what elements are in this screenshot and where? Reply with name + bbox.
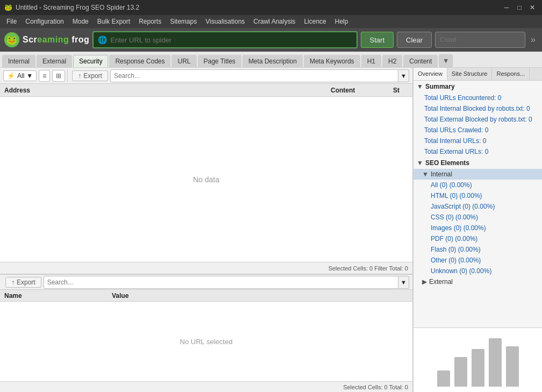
- menu-item-sitemaps[interactable]: Sitemaps: [166, 17, 201, 26]
- menu-item-file[interactable]: File: [2, 17, 21, 26]
- tree-seo-elements-header[interactable]: ▼SEO Elements: [413, 157, 542, 169]
- close-button[interactable]: ✕: [527, 2, 538, 13]
- left-panel: ⚡ All ▼ ≡ ⊞ ↑ Export ▼ Address: [0, 68, 413, 392]
- tab-h1[interactable]: H1: [361, 55, 381, 67]
- tree-seo-item[interactable]: Unknown (0) (0.00%): [413, 266, 542, 276]
- right-tab-respons---[interactable]: Respons...: [492, 68, 530, 80]
- more-tabs-button[interactable]: ▼: [439, 54, 453, 67]
- tab-response-codes[interactable]: Response Codes: [109, 55, 170, 67]
- list-view-button[interactable]: ≡: [39, 70, 50, 82]
- tab-h2[interactable]: H2: [382, 55, 402, 67]
- url-input[interactable]: [110, 36, 352, 44]
- bottom-search-input[interactable]: [44, 276, 398, 289]
- menu-item-bulk-export[interactable]: Bulk Export: [93, 17, 134, 26]
- right-content[interactable]: ▼SummaryTotal URLs Encountered: 0Total I…: [413, 81, 542, 327]
- bottom-subtoolbar: ↑ Export ▼: [0, 275, 412, 290]
- grid-view-button[interactable]: ⊞: [52, 70, 65, 82]
- no-data-text: No data: [193, 175, 219, 184]
- tab-url[interactable]: URL: [172, 55, 196, 67]
- chart-area: [413, 327, 542, 392]
- export-label: Export: [83, 72, 102, 80]
- tree-seo-item[interactable]: CSS (0) (0.00%): [413, 212, 542, 223]
- filter-label: All: [17, 72, 24, 80]
- bottom-export-button[interactable]: ↑ Export: [5, 277, 41, 288]
- bottom-panel: ↑ Export ▼ Name Value No URL selected Se…: [0, 274, 412, 392]
- right-tab-site-structure[interactable]: Site Structure: [447, 68, 493, 80]
- tree-seo-item[interactable]: HTML (0) (0.00%): [413, 190, 542, 201]
- tab-page-titles[interactable]: Page Titles: [198, 55, 241, 67]
- address-column-header: Address: [0, 87, 326, 94]
- tree-seo-child-external[interactable]: ▶External: [413, 276, 542, 287]
- filter-icon: ⚡: [7, 72, 15, 80]
- export-button[interactable]: ↑ Export: [72, 70, 108, 81]
- tab-meta-description[interactable]: Meta Description: [243, 55, 303, 67]
- bottom-search-bar: ▼: [44, 276, 409, 289]
- globe-icon: 🌐: [98, 35, 107, 44]
- no-url-text: No URL selected: [180, 338, 233, 346]
- logo-icon: 🐸: [4, 32, 19, 47]
- crawl-search-input[interactable]: [435, 32, 525, 48]
- tab-meta-keywords[interactable]: Meta Keywords: [304, 55, 360, 67]
- bottom-body: No URL selected: [0, 302, 412, 381]
- search-dropdown-button[interactable]: ▼: [398, 69, 409, 82]
- tree-seo-child-internal[interactable]: ▼Internal: [413, 169, 542, 180]
- tree-summary-item[interactable]: Total External Blocked by robots.txt: 0: [413, 114, 542, 125]
- logo: 🐸 Screaming frog: [4, 32, 89, 47]
- menu-item-reports[interactable]: Reports: [134, 17, 166, 26]
- tree-summary-item[interactable]: Total Internal URLs: 0: [413, 136, 542, 146]
- toolbar-more-button[interactable]: »: [529, 35, 538, 45]
- right-tabs: OverviewSite StructureRespons...: [413, 68, 542, 81]
- chart-bar: [472, 349, 484, 387]
- tab-internal[interactable]: Internal: [2, 55, 35, 67]
- seo-elements-label: SEO Elements: [425, 159, 469, 167]
- tree-seo-item[interactable]: All (0) (0.00%): [413, 180, 542, 190]
- menu-bar: FileConfigurationModeBulk ExportReportsS…: [0, 15, 542, 28]
- url-bar: 🌐: [92, 31, 357, 48]
- clear-button[interactable]: Clear: [397, 32, 432, 48]
- menu-item-help[interactable]: Help: [331, 17, 353, 26]
- search-bar: ▼: [110, 69, 409, 82]
- tree-seo-item[interactable]: JavaScript (0) (0.00%): [413, 201, 542, 212]
- status-column-header: St: [391, 87, 412, 94]
- menu-item-configuration[interactable]: Configuration: [21, 17, 68, 26]
- menu-item-visualisations[interactable]: Visualisations: [201, 17, 249, 26]
- bottom-search-dropdown-button[interactable]: ▼: [398, 276, 409, 289]
- sub-toolbar: ⚡ All ▼ ≡ ⊞ ↑ Export ▼: [0, 68, 412, 84]
- left-main: ⚡ All ▼ ≡ ⊞ ↑ Export ▼ Address: [0, 68, 412, 274]
- menu-item-mode[interactable]: Mode: [68, 17, 93, 26]
- tree-summary-header[interactable]: ▼Summary: [413, 81, 542, 92]
- filter-arrow-icon: ▼: [26, 72, 33, 80]
- tree-seo-item[interactable]: Other (0) (0.00%): [413, 255, 542, 266]
- value-column-header: Value: [108, 292, 412, 300]
- menu-item-crawl-analysis[interactable]: Crawl Analysis: [249, 17, 299, 26]
- filter-dropdown[interactable]: ⚡ All ▼: [3, 70, 37, 81]
- export-icon: ↑: [78, 72, 81, 80]
- minimize-button[interactable]: ─: [501, 2, 512, 13]
- tab-external[interactable]: External: [37, 55, 72, 67]
- maximize-button[interactable]: □: [514, 2, 525, 13]
- bottom-status-text: Selected Cells: 0 Total: 0: [343, 384, 408, 390]
- bottom-columns: Name Value: [0, 290, 412, 302]
- chart-bar: [437, 370, 450, 387]
- bottom-status-bar: Selected Cells: 0 Total: 0: [0, 381, 412, 392]
- toolbar: 🐸 Screaming frog 🌐 Start Clear »: [0, 28, 542, 52]
- right-tab-overview[interactable]: Overview: [413, 68, 447, 80]
- main-tabs: InternalExternalSecurityResponse CodesUR…: [0, 52, 542, 68]
- tree-summary-item[interactable]: Total URLs Crawled: 0: [413, 125, 542, 136]
- name-column-header: Name: [0, 292, 108, 300]
- content-area: ⚡ All ▼ ≡ ⊞ ↑ Export ▼ Address: [0, 68, 542, 392]
- tree-summary-item[interactable]: Total External URLs: 0: [413, 146, 542, 157]
- search-input[interactable]: [110, 69, 398, 82]
- tree-summary-item[interactable]: Total URLs Encountered: 0: [413, 92, 542, 103]
- tree-seo-item[interactable]: Flash (0) (0.00%): [413, 244, 542, 255]
- tree-summary-item[interactable]: Total Internal Blocked by robots.txt: 0: [413, 103, 542, 114]
- tree-seo-item[interactable]: Images (0) (0.00%): [413, 223, 542, 233]
- tree-seo-item[interactable]: PDF (0) (0.00%): [413, 233, 542, 244]
- tab-content[interactable]: Content: [403, 55, 438, 67]
- bottom-export-icon: ↑: [11, 279, 15, 286]
- start-button[interactable]: Start: [361, 32, 394, 48]
- tab-security[interactable]: Security: [73, 55, 108, 67]
- app-icon: 🐸: [4, 4, 12, 11]
- menu-item-licence[interactable]: Licence: [299, 17, 330, 26]
- chart-bar: [489, 338, 502, 387]
